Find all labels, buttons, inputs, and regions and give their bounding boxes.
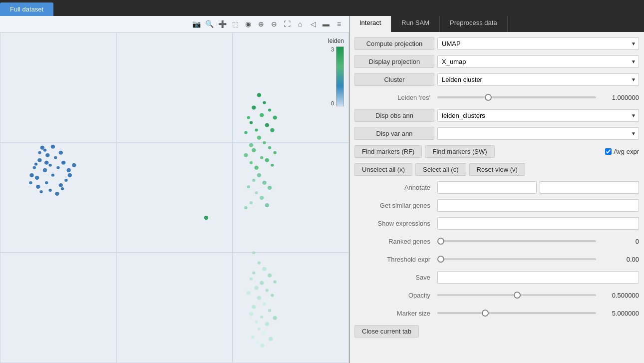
leiden-res-value: 1.000000 bbox=[599, 94, 639, 101]
threshold-expr-thumb[interactable] bbox=[437, 256, 444, 263]
unselect-all-button[interactable]: Unselect all (x) bbox=[354, 163, 412, 176]
marker-size-slider-row: 5.000000 bbox=[437, 310, 639, 317]
svg-point-84 bbox=[258, 328, 261, 331]
svg-point-43 bbox=[263, 141, 266, 144]
threshold-expr-slider-row: 0.00 bbox=[437, 256, 639, 263]
menu-icon[interactable]: ≡ bbox=[334, 19, 344, 29]
full-dataset-tab[interactable]: Full dataset bbox=[0, 2, 53, 16]
svg-point-64 bbox=[258, 261, 261, 264]
svg-point-11 bbox=[33, 166, 36, 169]
svg-point-26 bbox=[44, 161, 48, 165]
plot-area: leiden 3 0 bbox=[0, 32, 349, 363]
disp-obs-ann-select[interactable]: leiden_clustersNone bbox=[437, 109, 639, 122]
svg-point-63 bbox=[244, 206, 247, 209]
svg-point-8 bbox=[61, 161, 65, 165]
leiden-res-slider-row: 1.000000 bbox=[437, 94, 639, 101]
tab-run-sam[interactable]: Run SAM bbox=[391, 16, 440, 32]
display-projection-select[interactable]: X_umapX_pcaX_tsne bbox=[437, 55, 639, 68]
plot-toolbar: 📷 🔍 ➕ ⬚ ◉ ⊕ ⊖ ⛶ ⌂ ◁ ▬ ≡ bbox=[0, 16, 349, 32]
svg-point-3 bbox=[48, 164, 51, 167]
svg-point-62 bbox=[265, 203, 269, 207]
svg-point-45 bbox=[268, 146, 271, 149]
leiden-res-thumb[interactable] bbox=[485, 94, 492, 101]
show-expressions-input[interactable] bbox=[437, 217, 639, 230]
back-icon[interactable]: ◁ bbox=[308, 19, 318, 29]
opacity-track[interactable] bbox=[437, 294, 596, 296]
select-rect-icon[interactable]: ⬚ bbox=[230, 19, 240, 29]
annotate-input-2[interactable] bbox=[540, 181, 639, 194]
svg-point-79 bbox=[249, 312, 253, 316]
reset-view-button[interactable]: Reset view (v) bbox=[469, 163, 525, 176]
threshold-expr-value: 0.00 bbox=[599, 256, 639, 263]
ranked-genes-label: Ranked genes bbox=[354, 235, 434, 248]
ranked-genes-value: 0 bbox=[599, 238, 639, 245]
svg-point-31 bbox=[263, 101, 266, 104]
disp-obs-ann-label: Disp obs ann bbox=[354, 109, 434, 122]
cluster-select[interactable]: Leiden clusterNo cluster bbox=[437, 73, 639, 86]
svg-point-60 bbox=[260, 196, 264, 200]
bar-icon[interactable]: ▬ bbox=[321, 19, 331, 29]
svg-point-80 bbox=[260, 316, 263, 319]
leiden-res-track[interactable] bbox=[437, 96, 596, 98]
ranked-genes-slider-row: 0 bbox=[437, 238, 639, 245]
svg-point-7 bbox=[56, 166, 59, 169]
ranked-genes-thumb[interactable] bbox=[437, 238, 444, 245]
opacity-thumb[interactable] bbox=[514, 292, 521, 299]
svg-point-10 bbox=[59, 151, 63, 155]
svg-point-38 bbox=[265, 123, 269, 127]
svg-point-82 bbox=[255, 321, 258, 324]
marker-size-thumb[interactable] bbox=[482, 310, 489, 317]
svg-point-32 bbox=[252, 105, 256, 109]
marker-size-label: Marker size bbox=[354, 307, 434, 320]
opacity-value: 0.500000 bbox=[599, 292, 639, 299]
svg-point-44 bbox=[249, 143, 253, 147]
compute-projection-select[interactable]: UMAPPCATSNE bbox=[437, 37, 639, 50]
threshold-expr-row: Threshold expr 0.00 bbox=[354, 252, 639, 267]
app-container: Full dataset 📷 🔍 ➕ ⬚ ◉ ⊕ ⊖ ⛶ ⌂ ◁ ▬ ≡ bbox=[0, 0, 644, 363]
scatter-plot[interactable] bbox=[0, 32, 349, 363]
zoom-icon[interactable]: 🔍 bbox=[204, 19, 214, 29]
svg-point-17 bbox=[64, 179, 67, 182]
disp-obs-ann-row: Disp obs ann leiden_clustersNone ▼ bbox=[354, 108, 639, 123]
svg-point-37 bbox=[250, 121, 253, 124]
show-expressions-row: Show expressions bbox=[354, 216, 639, 231]
find-markers-rf-button[interactable]: Find markers (RF) bbox=[354, 145, 422, 158]
svg-point-54 bbox=[257, 173, 261, 177]
svg-point-20 bbox=[55, 192, 59, 196]
threshold-expr-label: Threshold expr bbox=[354, 253, 434, 266]
svg-point-78 bbox=[268, 309, 271, 312]
disp-obs-ann-select-wrapper: leiden_clustersNone ▼ bbox=[437, 109, 639, 122]
annotate-input-1[interactable] bbox=[437, 181, 537, 194]
cluster-label: Cluster bbox=[354, 73, 434, 86]
add-icon[interactable]: ⊕ bbox=[256, 19, 266, 29]
camera-icon[interactable]: 📷 bbox=[191, 19, 201, 29]
svg-point-85 bbox=[262, 331, 266, 335]
tab-interact[interactable]: Interact bbox=[349, 16, 391, 32]
annotate-row: Annotate bbox=[354, 180, 639, 195]
home-icon[interactable]: ⌂ bbox=[295, 19, 305, 29]
tab-preprocess[interactable]: Preprocess data bbox=[440, 16, 508, 32]
svg-point-33 bbox=[268, 108, 271, 111]
threshold-expr-track[interactable] bbox=[437, 258, 596, 260]
minus-icon[interactable]: ⊖ bbox=[269, 19, 279, 29]
close-current-tab-button[interactable]: Close current tab bbox=[354, 325, 419, 338]
find-markers-sw-button[interactable]: Find markers (SW) bbox=[425, 145, 494, 158]
svg-point-23 bbox=[34, 163, 37, 166]
save-input[interactable] bbox=[437, 271, 639, 284]
marker-size-row: Marker size 5.000000 bbox=[354, 306, 639, 321]
right-tabs: Interact Run SAM Preprocess data bbox=[349, 16, 644, 32]
ranked-genes-row: Ranked genes 0 bbox=[354, 234, 639, 249]
display-projection-select-wrapper: X_umapX_pcaX_tsne ▼ bbox=[437, 55, 639, 68]
disp-var-ann-select[interactable] bbox=[437, 127, 639, 140]
scatter-legend: leiden 3 0 bbox=[328, 37, 344, 106]
marker-size-track[interactable] bbox=[437, 312, 596, 314]
fullscreen-icon[interactable]: ⛶ bbox=[282, 19, 292, 29]
select-all-button[interactable]: Select all (c) bbox=[415, 163, 466, 176]
svg-point-2 bbox=[37, 158, 41, 162]
svg-point-89 bbox=[260, 344, 264, 348]
ranked-genes-track[interactable] bbox=[437, 240, 596, 242]
lasso-icon[interactable]: ◉ bbox=[243, 19, 253, 29]
plus-icon[interactable]: ➕ bbox=[217, 19, 227, 29]
get-similar-genes-input[interactable] bbox=[437, 199, 639, 212]
avg-expr-checkbox[interactable] bbox=[605, 148, 612, 155]
